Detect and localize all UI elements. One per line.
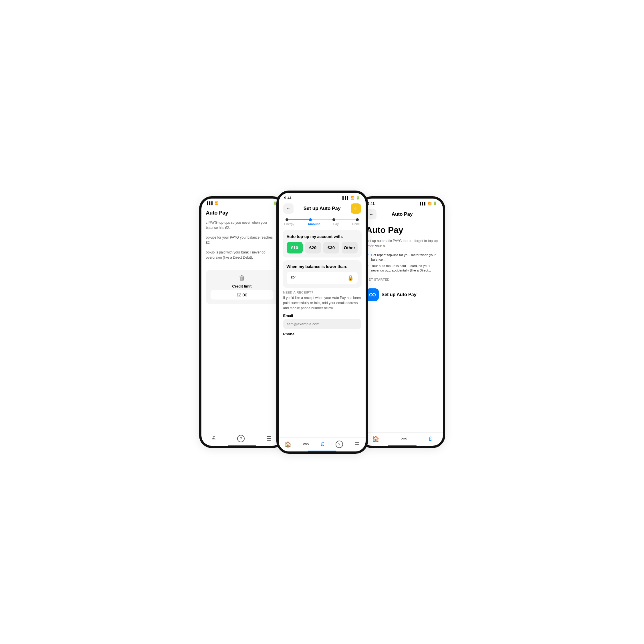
amount-30-button[interactable]: £30 xyxy=(323,242,339,253)
left-status-bar: ▌▌▌ 📶 🔋 xyxy=(201,199,283,207)
menu-nav-icon[interactable]: ☰ xyxy=(266,435,272,442)
stepper-dots xyxy=(283,218,361,221)
step-label-amount: Amount xyxy=(308,222,320,226)
step-dot-energy xyxy=(286,218,288,221)
progress-stepper: Energy Amount Pay Done xyxy=(279,216,366,227)
center-bottom-nav: 🏠 £ ? ☰ xyxy=(279,437,366,451)
amount-buttons: £10 £20 £30 Other xyxy=(287,242,358,253)
step-label-energy: Energy xyxy=(284,222,294,226)
scene: ▌▌▌ 📶 🔋 Auto Pay c PAYG top-ups so you n… xyxy=(171,171,474,474)
right-home-nav-icon[interactable]: 🏠 xyxy=(372,435,379,442)
left-phone: ▌▌▌ 📶 🔋 Auto Pay c PAYG top-ups so you n… xyxy=(199,196,285,448)
trash-icon: 🗑 xyxy=(211,274,274,282)
right-nav-title: Auto Pay xyxy=(392,211,413,217)
left-desc3: op-up is paid with your bank ll never go… xyxy=(206,250,278,260)
right-content: Auto Pay Set up automatic PAYG top-u... … xyxy=(362,222,443,432)
amount-other-button[interactable]: Other xyxy=(342,242,358,253)
center-nav-title: Set up Auto Pay xyxy=(304,206,341,211)
step-line-1 xyxy=(288,219,309,220)
svg-point-6 xyxy=(403,438,405,439)
step-dot-pay xyxy=(332,218,335,221)
center-phone: 9:41 ▌▌▌ 📶 🔋 ← Set up Auto Pay ⚡ xyxy=(276,191,368,454)
center-time: 9:41 xyxy=(284,196,292,200)
check-text-1: Set repeat top-ups for yo... meter when … xyxy=(371,253,438,262)
svg-point-7 xyxy=(406,438,407,439)
balance-row: £2 🔒 xyxy=(287,272,358,284)
amount-20-button[interactable]: £20 xyxy=(305,242,321,253)
center-wifi-icon: 📶 xyxy=(350,196,354,200)
step-dot-amount xyxy=(309,218,312,221)
email-label: Email xyxy=(283,314,361,318)
step-dot-done xyxy=(356,218,359,221)
balance-card: When my balance is lower than: £2 🔒 xyxy=(283,260,362,288)
center-battery-icon: 🔋 xyxy=(356,196,360,200)
home-nav-icon[interactable]: 🏠 xyxy=(284,441,292,448)
get-started-label: GET STARTED xyxy=(366,278,438,281)
setup-autopay-label: Set up Auto Pay xyxy=(382,292,417,297)
balance-card-title: When my balance is lower than: xyxy=(287,264,358,269)
right-signal-icon: ▌▌▌ xyxy=(420,202,426,205)
credit-label: Credit limit xyxy=(211,284,274,288)
amount-card-title: Auto top-up my account with: xyxy=(287,234,358,239)
right-usage-nav-icon[interactable] xyxy=(401,435,407,442)
svg-point-1 xyxy=(306,443,307,444)
center-status-icons: ▌▌▌ 📶 🔋 xyxy=(342,196,360,200)
help-nav-icon[interactable]: ? xyxy=(237,435,245,442)
receipt-label: NEED A RECEIPT? xyxy=(283,291,361,294)
help-nav-icon-center[interactable]: ? xyxy=(336,441,343,448)
stepper-labels: Energy Amount Pay Done xyxy=(283,222,361,226)
center-content: Auto top-up my account with: £10 £20 £30… xyxy=(279,227,366,437)
right-battery-icon: 🔋 xyxy=(433,201,437,205)
left-signal: ▌▌▌ 📶 xyxy=(207,201,219,205)
usage-nav-icon[interactable] xyxy=(303,442,309,447)
svg-point-0 xyxy=(303,443,305,444)
right-bottom-nav: 🏠 £ xyxy=(362,432,443,446)
center-signal-icon: ▌▌▌ xyxy=(342,196,349,199)
center-nav-header: ← Set up Auto Pay ⚡ xyxy=(279,201,366,216)
lightning-button[interactable]: ⚡ xyxy=(351,203,361,214)
section-divider xyxy=(366,284,438,284)
check-list: ✓ Set repeat top-ups for yo... meter whe… xyxy=(366,253,438,273)
left-bottom-nav: £ ? ☰ xyxy=(201,432,283,446)
step-label-done: Done xyxy=(352,222,360,226)
infinity-icon xyxy=(366,288,379,301)
right-description: Set up automatic PAYG top-u... forget to… xyxy=(366,238,438,249)
center-status-bar: 9:41 ▌▌▌ 📶 🔋 xyxy=(279,193,366,201)
right-nav-header: ← Auto Pay xyxy=(362,207,443,222)
lock-icon: 🔒 xyxy=(347,275,354,281)
left-content: Auto Pay c PAYG top-ups so you never whe… xyxy=(201,207,283,432)
balance-value: £2 xyxy=(291,275,296,280)
right-status-icons: ▌▌▌ 📶 🔋 xyxy=(420,201,437,205)
svg-point-2 xyxy=(308,443,309,444)
right-balance-nav-icon[interactable]: £ xyxy=(429,435,432,442)
right-wifi-icon: 📶 xyxy=(428,202,432,205)
step-label-pay: Pay xyxy=(333,222,339,226)
svg-point-5 xyxy=(401,438,403,439)
amount-10-button[interactable]: £10 xyxy=(287,242,303,253)
balance-nav-icon[interactable]: £ xyxy=(212,435,215,442)
right-main-title: Auto Pay xyxy=(366,225,438,235)
right-status-bar: 9:41 ▌▌▌ 📶 🔋 xyxy=(362,199,443,207)
setup-autopay-button[interactable]: Set up Auto Pay xyxy=(366,288,438,301)
right-time: 9:41 xyxy=(367,201,375,206)
step-line-3 xyxy=(335,219,356,220)
receipt-description: If you'd like a receipt when your Auto P… xyxy=(283,295,361,311)
left-desc2: op-ups for your PAYG your balance reache… xyxy=(206,235,278,245)
check-text-2: Your auto top-up is paid ... card, so yo… xyxy=(371,263,438,273)
email-input[interactable] xyxy=(283,319,361,329)
step-line-2 xyxy=(312,219,332,220)
left-desc1: c PAYG top-ups so you never when your ba… xyxy=(206,220,278,230)
balance-nav-icon-center[interactable]: £ xyxy=(321,441,324,447)
right-phone: 9:41 ▌▌▌ 📶 🔋 ← Auto Pay Auto Pay Set up … xyxy=(359,196,445,448)
check-item-2: ✓ Your auto top-up is paid ... card, so … xyxy=(366,263,438,273)
check-item-1: ✓ Set repeat top-ups for yo... meter whe… xyxy=(366,253,438,262)
credit-value: £2.00 xyxy=(211,290,274,300)
credit-section: 🗑 Credit limit £2.00 xyxy=(206,270,278,304)
left-title: Auto Pay xyxy=(206,210,278,216)
receipt-section: NEED A RECEIPT? If you'd like a receipt … xyxy=(283,291,362,337)
back-button[interactable]: ← xyxy=(283,203,294,214)
phone-label: Phone xyxy=(283,332,361,336)
amount-card: Auto top-up my account with: £10 £20 £30… xyxy=(283,230,362,257)
menu-nav-icon-center[interactable]: ☰ xyxy=(354,441,360,448)
